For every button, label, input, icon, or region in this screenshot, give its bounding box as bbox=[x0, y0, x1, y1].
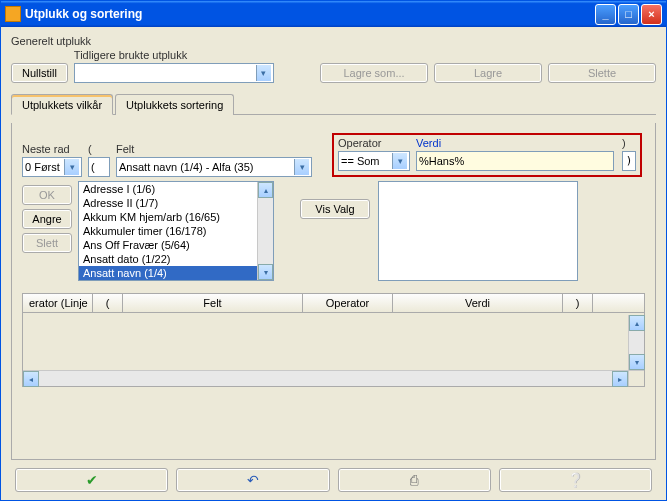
chevron-down-icon: ▾ bbox=[294, 159, 309, 175]
th-verdi[interactable]: Verdi bbox=[393, 294, 563, 312]
list-item[interactable]: Ansatt dato (1/22) bbox=[79, 252, 273, 266]
neste-rad-value: 0 Først bbox=[25, 161, 60, 173]
list-item[interactable]: Ansattnavn for sorterin (1/5) bbox=[79, 280, 273, 281]
general-group-label: Generelt utplukk bbox=[11, 35, 656, 47]
help-icon: ❔ bbox=[567, 472, 584, 488]
list-item[interactable]: Adresse II (1/7) bbox=[79, 196, 273, 210]
scroll-down-icon[interactable]: ▾ bbox=[629, 354, 645, 370]
open-paren-combo[interactable]: ( bbox=[88, 157, 110, 177]
verdi-input[interactable] bbox=[416, 151, 614, 171]
tab-body: Neste rad 0 Først ▾ ( ( Felt Ansatt navn bbox=[11, 123, 656, 460]
tab-sorting[interactable]: Utplukkets sortering bbox=[115, 94, 234, 115]
scroll-right-icon[interactable]: ▸ bbox=[612, 371, 628, 387]
titlebar: Utplukk og sortering _ □ × bbox=[1, 1, 666, 27]
vis-valg-button[interactable]: Vis Valg bbox=[300, 199, 370, 219]
reset-button[interactable]: Nullstill bbox=[11, 63, 68, 83]
slett-button[interactable]: Slett bbox=[22, 233, 72, 253]
scroll-left-icon[interactable]: ◂ bbox=[23, 371, 39, 387]
confirm-button[interactable]: ✔ bbox=[15, 468, 168, 492]
printer-icon: ⎙ bbox=[410, 472, 418, 488]
save-as-button[interactable]: Lagre som... bbox=[320, 63, 428, 83]
open-paren-value: ( bbox=[91, 161, 95, 173]
print-button[interactable]: ⎙ bbox=[338, 468, 491, 492]
maximize-button[interactable]: □ bbox=[618, 4, 639, 25]
scroll-down-icon[interactable]: ▾ bbox=[258, 264, 273, 280]
verdi-label: Verdi bbox=[416, 137, 616, 149]
felt-listbox[interactable]: Adresse I (1/6) Adresse II (1/7) Akkum K… bbox=[78, 181, 274, 281]
tab-conditions[interactable]: Utplukkets vilkår bbox=[11, 94, 113, 115]
neste-rad-label: Neste rad bbox=[22, 143, 82, 155]
close-paren-field[interactable]: ) bbox=[622, 151, 636, 171]
operator-value: == Som bbox=[341, 155, 380, 167]
th-spacer bbox=[593, 294, 644, 312]
th-close-paren[interactable]: ) bbox=[563, 294, 593, 312]
chevron-down-icon: ▾ bbox=[64, 159, 79, 175]
preview-textarea[interactable] bbox=[378, 181, 578, 281]
list-item[interactable]: Akkumuler timer (16/178) bbox=[79, 224, 273, 238]
felt-value: Ansatt navn (1/4) - Alfa (35) bbox=[119, 161, 254, 173]
app-icon bbox=[5, 6, 21, 22]
list-scrollbar[interactable]: ▴ ▾ bbox=[257, 182, 273, 280]
undo-icon: ↶ bbox=[247, 472, 259, 488]
table-vscrollbar[interactable]: ▴ ▾ bbox=[628, 315, 644, 370]
list-item[interactable]: Ans Off Fravær (5/64) bbox=[79, 238, 273, 252]
undo-button[interactable]: Angre bbox=[22, 209, 72, 229]
app-window: Utplukk og sortering _ □ × Generelt utpl… bbox=[0, 0, 667, 501]
help-button[interactable]: ❔ bbox=[499, 468, 652, 492]
chevron-down-icon: ▾ bbox=[392, 153, 407, 169]
list-item[interactable]: Akkum KM hjem/arb (16/65) bbox=[79, 210, 273, 224]
list-item[interactable]: Adresse I (1/6) bbox=[79, 182, 273, 196]
th-felt[interactable]: Felt bbox=[123, 294, 303, 312]
operator-label: Operator bbox=[338, 137, 410, 149]
window-title: Utplukk og sortering bbox=[25, 7, 595, 21]
chevron-down-icon: ▾ bbox=[256, 65, 271, 81]
operator-combo[interactable]: == Som ▾ bbox=[338, 151, 410, 171]
close-button[interactable]: × bbox=[641, 4, 662, 25]
revert-button[interactable]: ↶ bbox=[176, 468, 329, 492]
th-operator-line[interactable]: erator (Linje bbox=[23, 294, 93, 312]
minimize-button[interactable]: _ bbox=[595, 4, 616, 25]
felt-label: Felt bbox=[116, 143, 312, 155]
maximize-icon: □ bbox=[625, 8, 632, 20]
th-open-paren[interactable]: ( bbox=[93, 294, 123, 312]
footer-toolbar: ✔ ↶ ⎙ ❔ bbox=[11, 460, 656, 494]
scroll-up-icon[interactable]: ▴ bbox=[629, 315, 645, 331]
save-button[interactable]: Lagre bbox=[434, 63, 542, 83]
neste-rad-combo[interactable]: 0 Først ▾ bbox=[22, 157, 82, 177]
table-hscrollbar[interactable]: ◂ ▸ bbox=[23, 370, 628, 386]
scroll-corner bbox=[628, 370, 644, 386]
prev-selections-label: Tidligere brukte utplukk bbox=[74, 49, 274, 61]
ok-button[interactable]: OK bbox=[22, 185, 72, 205]
close-icon: × bbox=[648, 8, 654, 20]
felt-combo[interactable]: Ansatt navn (1/4) - Alfa (35) ▾ bbox=[116, 157, 312, 177]
close-paren-label: ) bbox=[622, 137, 636, 149]
scroll-up-icon[interactable]: ▴ bbox=[258, 182, 273, 198]
conditions-table: erator (Linje ( Felt Operator Verdi ) ▴ … bbox=[22, 293, 645, 387]
minimize-icon: _ bbox=[602, 8, 608, 20]
check-icon: ✔ bbox=[86, 472, 98, 488]
highlighted-region: Operator == Som ▾ Verdi ) ) bbox=[332, 133, 642, 177]
open-paren-label: ( bbox=[88, 143, 110, 155]
th-operator[interactable]: Operator bbox=[303, 294, 393, 312]
tabstrip: Utplukkets vilkår Utplukkets sortering bbox=[11, 93, 656, 115]
delete-button[interactable]: Slette bbox=[548, 63, 656, 83]
prev-selections-combo[interactable]: ▾ bbox=[74, 63, 274, 83]
list-item[interactable]: Ansatt navn (1/4) bbox=[79, 266, 273, 280]
